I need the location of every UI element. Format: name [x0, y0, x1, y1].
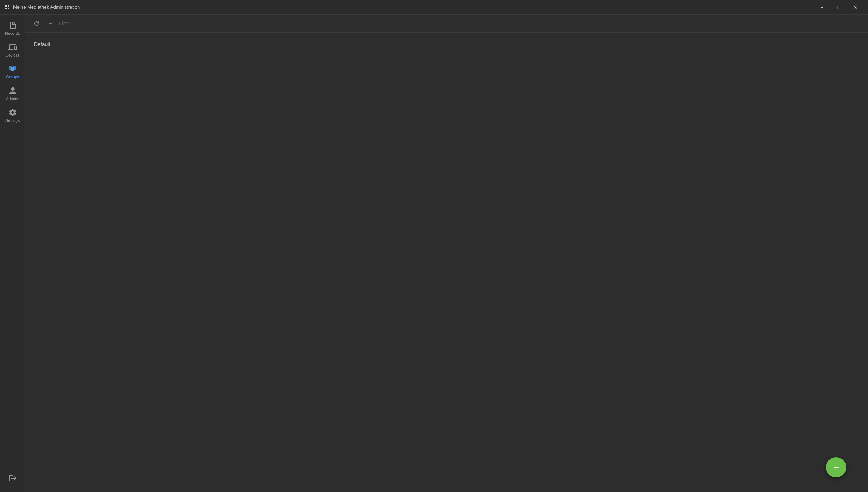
- settings-label: Settings: [5, 118, 20, 123]
- content-area: Default +: [25, 33, 868, 492]
- close-button[interactable]: ✕: [847, 1, 864, 13]
- window-title: Meine Mediathek Administration: [13, 4, 80, 10]
- sidebar-item-devices[interactable]: Devices: [0, 39, 25, 61]
- admins-icon: [8, 86, 17, 95]
- refresh-icon: [33, 20, 40, 27]
- group-default[interactable]: Default: [34, 40, 859, 49]
- sidebar: Records Devices Groups: [0, 15, 25, 492]
- svg-rect-2: [5, 8, 7, 9]
- filter-input[interactable]: [59, 19, 862, 28]
- svg-rect-6: [13, 66, 16, 70]
- filter-icon: [47, 20, 54, 27]
- titlebar-left: Meine Mediathek Administration: [4, 4, 80, 10]
- devices-icon: [8, 43, 17, 52]
- groups-label: Groups: [6, 75, 19, 79]
- svg-rect-3: [8, 8, 9, 9]
- refresh-button[interactable]: [31, 18, 42, 29]
- devices-label: Devices: [5, 53, 20, 57]
- add-icon: +: [833, 462, 839, 472]
- titlebar: Meine Mediathek Administration − □ ✕: [0, 0, 868, 15]
- groups-icon: [8, 65, 17, 73]
- app-body: Records Devices Groups: [0, 15, 868, 492]
- sidebar-item-groups[interactable]: Groups: [0, 61, 25, 83]
- app-icon: [4, 4, 10, 10]
- svg-rect-1: [8, 5, 9, 7]
- svg-rect-0: [5, 5, 7, 7]
- logout-icon: [8, 474, 17, 483]
- sidebar-item-admins[interactable]: Admins: [0, 83, 25, 104]
- titlebar-controls: − □ ✕: [814, 1, 864, 13]
- records-label: Records: [5, 31, 20, 36]
- sidebar-item-logout[interactable]: [0, 470, 25, 486]
- sidebar-item-records[interactable]: Records: [0, 17, 25, 39]
- sidebar-item-settings[interactable]: Settings: [0, 104, 25, 126]
- records-icon: [8, 21, 17, 30]
- settings-icon: [8, 108, 17, 117]
- maximize-button[interactable]: □: [830, 1, 847, 13]
- toolbar: [25, 15, 868, 33]
- add-fab-button[interactable]: +: [826, 457, 846, 477]
- minimize-button[interactable]: −: [814, 1, 830, 13]
- main-content: Default +: [25, 15, 868, 492]
- admins-label: Admins: [6, 97, 19, 101]
- filter-button[interactable]: [45, 18, 56, 29]
